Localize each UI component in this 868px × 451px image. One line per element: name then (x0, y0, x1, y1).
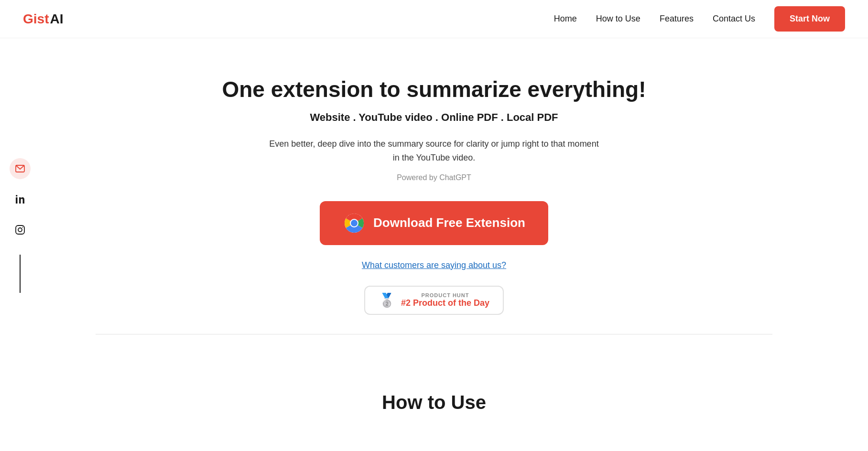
start-now-button[interactable]: Start Now (774, 6, 845, 32)
svg-rect-1 (16, 197, 18, 204)
logo-ai: AI (50, 11, 63, 27)
medal-icon: 🥈 (379, 292, 395, 308)
svg-rect-3 (16, 226, 24, 234)
how-to-use-title: How to Use (96, 392, 772, 413)
svg-point-4 (18, 228, 22, 232)
header: Gist AI Home How to Use Features Contact… (0, 0, 868, 38)
product-hunt-badge[interactable]: 🥈 PRODUCT HUNT #2 Product of the Day (364, 286, 504, 315)
svg-point-5 (22, 227, 23, 228)
product-hunt-text: PRODUCT HUNT #2 Product of the Day (401, 292, 489, 308)
hero-divider (96, 334, 772, 334)
logo[interactable]: Gist AI (23, 11, 63, 27)
customer-reviews-link[interactable]: What customers are saying about us? (362, 260, 506, 270)
hero-subtitle: Website . YouTube video . Online PDF . L… (310, 111, 558, 124)
email-icon (15, 165, 25, 172)
social-sidebar (10, 158, 31, 293)
instagram-social-button[interactable] (10, 219, 31, 240)
svg-point-8 (351, 220, 358, 226)
hero-title: One extension to summarize everything! (222, 76, 646, 103)
chrome-icon (343, 212, 366, 235)
main-content: One extension to summarize everything! W… (0, 0, 868, 432)
hero-description: Even better, deep dive into the summary … (267, 137, 601, 165)
how-to-use-section: How to Use (0, 363, 868, 432)
nav-home[interactable]: Home (554, 14, 577, 24)
email-social-button[interactable] (10, 158, 31, 179)
social-divider-line (20, 255, 21, 293)
linkedin-social-button[interactable] (10, 189, 31, 210)
download-extension-button[interactable]: Download Free Extension (320, 201, 548, 245)
powered-by-text: Powered by ChatGPT (397, 173, 471, 182)
navigation: Home How to Use Features Contact Us Star… (554, 6, 845, 32)
nav-features[interactable]: Features (660, 14, 694, 24)
product-hunt-label: PRODUCT HUNT (401, 292, 489, 298)
download-button-label: Download Free Extension (373, 215, 525, 230)
linkedin-icon (15, 194, 25, 204)
instagram-icon (15, 225, 25, 235)
svg-point-2 (16, 195, 18, 197)
nav-how-to-use[interactable]: How to Use (596, 14, 640, 24)
product-hunt-rank: #2 Product of the Day (401, 298, 489, 308)
nav-contact-us[interactable]: Contact Us (713, 14, 755, 24)
logo-gist: Gist (23, 11, 49, 27)
hero-section: One extension to summarize everything! W… (0, 38, 868, 363)
